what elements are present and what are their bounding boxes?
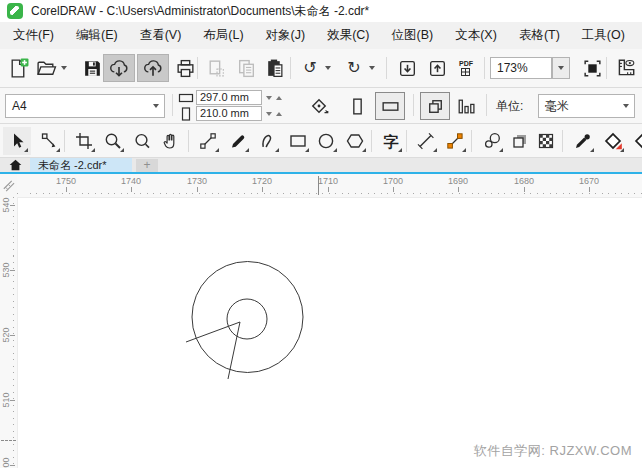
landscape-button[interactable] [375, 92, 405, 120]
chevron-down-icon [369, 66, 375, 70]
curve-tool[interactable] [254, 127, 282, 155]
paper-size-combobox[interactable]: A4 [5, 94, 165, 118]
crop-tool[interactable] [70, 127, 98, 155]
watermark-text: 软件自学网: RJZXW.COM [474, 442, 632, 460]
undo-dropdown-button[interactable] [322, 54, 334, 82]
spinner-down-icon[interactable] [266, 96, 272, 100]
portrait-button[interactable] [343, 92, 371, 120]
ruler-major-tick [328, 187, 329, 192]
standard-toolbar: ↺ ↻ PDF 173% [0, 49, 642, 88]
zoom-level-dropdown-button[interactable] [552, 57, 570, 79]
freehand-line-icon [198, 131, 218, 151]
copy-icon [236, 58, 257, 79]
open-button[interactable] [34, 54, 58, 82]
page-height-field[interactable]: 210.0 mm [178, 106, 284, 121]
printer-icon [175, 58, 196, 79]
pick-tool[interactable] [3, 127, 31, 155]
save-to-cloud-button[interactable] [137, 54, 169, 82]
paste-button[interactable] [260, 54, 288, 82]
redo-button[interactable]: ↻ [342, 54, 366, 82]
units-combobox[interactable]: 毫米 [538, 94, 635, 118]
current-page-button[interactable] [452, 92, 478, 120]
page-height-value[interactable]: 210.0 mm [196, 106, 262, 121]
polygon-tool[interactable] [341, 127, 369, 155]
export-button[interactable] [423, 54, 451, 82]
drawn-outer-circle[interactable] [192, 262, 303, 373]
pick-arrow-icon [7, 131, 27, 151]
dimension-tool[interactable] [412, 127, 440, 155]
show-rulers-button[interactable] [612, 54, 640, 82]
zoom-out-tool[interactable] [128, 127, 156, 155]
cut-button[interactable] [202, 54, 230, 82]
fullscreen-preview-button[interactable] [578, 54, 606, 82]
toolbox: 字 [0, 124, 642, 158]
spinner-up-icon[interactable] [276, 96, 282, 100]
publish-to-pdf-button[interactable]: PDF [452, 54, 480, 82]
rectangle-tool[interactable] [284, 127, 312, 155]
zoom-tool[interactable] [99, 127, 127, 155]
ruler-major-tick [10, 465, 15, 466]
pan-tool[interactable] [157, 127, 185, 155]
open-from-cloud-button[interactable] [103, 54, 135, 82]
print-button[interactable] [171, 54, 199, 82]
menu-table[interactable]: 表格(T) [508, 22, 571, 49]
menu-text[interactable]: 文本(X) [444, 22, 508, 49]
blend-tool[interactable] [478, 127, 506, 155]
new-tab-button[interactable]: + [136, 159, 158, 172]
brush-icon [228, 131, 248, 151]
spinner-down-icon[interactable] [266, 112, 272, 116]
menu-bitmaps[interactable]: 位图(B) [381, 22, 445, 49]
artistic-media-tool[interactable] [224, 127, 252, 155]
page-width-field[interactable]: 297.0 mm [178, 90, 284, 105]
magnifier-icon [103, 131, 123, 151]
open-dropdown-button[interactable] [58, 54, 70, 82]
ruler-major-tick [262, 187, 263, 192]
menu-edit[interactable]: 编辑(E) [65, 22, 129, 49]
window-title: CorelDRAW - C:\Users\Administrator\Docum… [31, 3, 369, 20]
undo-icon: ↺ [303, 60, 316, 76]
import-button[interactable] [393, 54, 421, 82]
copy-button[interactable] [232, 54, 260, 82]
drawn-inner-circle[interactable] [227, 299, 267, 339]
separator [406, 130, 407, 152]
horizontal-ruler[interactable]: 1750 1740 1730 1720 1710 1700 1690 1680 … [17, 174, 642, 197]
vertical-ruler[interactable]: 540 530 520 510 500 [0, 197, 17, 468]
menu-file[interactable]: 文件(F) [2, 22, 65, 49]
menu-effects[interactable]: 效果(C) [316, 22, 380, 49]
drawing-canvas[interactable]: 软件自学网: RJZXW.COM [17, 197, 642, 468]
color-eyedropper-tool[interactable] [569, 127, 597, 155]
page-height-spinner[interactable] [264, 112, 284, 116]
spinner-up-icon[interactable] [276, 112, 282, 116]
all-pages-button[interactable] [420, 92, 450, 120]
separator [172, 94, 173, 116]
drop-shadow-tool[interactable] [506, 127, 534, 155]
interactive-fill-tool[interactable] [599, 127, 627, 155]
menu-object[interactable]: 对象(J) [255, 22, 317, 49]
undo-button[interactable]: ↺ [298, 54, 322, 82]
separator [64, 130, 65, 152]
zoom-level-combobox[interactable]: 173% [490, 57, 552, 79]
new-document-button[interactable] [4, 54, 32, 82]
connector-tool[interactable] [441, 127, 469, 155]
ellipse-tool[interactable] [312, 127, 340, 155]
document-tab-bar: 未命名 -2.cdr* + [0, 158, 642, 172]
menu-tools[interactable]: 工具(O) [571, 22, 636, 49]
menu-layout[interactable]: 布局(L) [192, 22, 254, 49]
save-button[interactable] [78, 54, 106, 82]
redo-dropdown-button[interactable] [366, 54, 378, 82]
welcome-home-button[interactable] [0, 158, 30, 172]
menu-view[interactable]: 查看(V) [129, 22, 193, 49]
crop-icon [74, 131, 94, 151]
page-width-value[interactable]: 297.0 mm [196, 90, 262, 105]
smart-fill-tool[interactable] [629, 127, 642, 155]
transparency-tool[interactable] [532, 127, 560, 155]
nudge-offset-button[interactable] [305, 92, 333, 120]
page-width-spinner[interactable] [264, 96, 284, 100]
text-tool[interactable]: 字 [377, 127, 405, 155]
freehand-tool[interactable] [194, 127, 222, 155]
shape-tool[interactable] [35, 127, 63, 155]
separator [486, 94, 487, 116]
cursor-position-marker [318, 176, 319, 195]
paper-size-value: A4 [6, 99, 148, 113]
document-tab-active[interactable]: 未命名 -2.cdr* [30, 158, 132, 172]
